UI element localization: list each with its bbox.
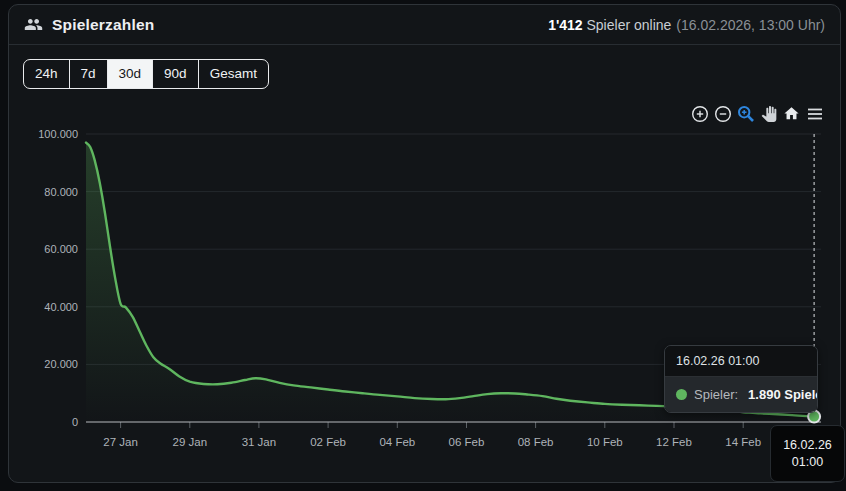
range-button-7d[interactable]: 7d: [70, 60, 108, 88]
selection-zoom-icon[interactable]: [736, 104, 755, 123]
range-button-gesamt[interactable]: Gesamt: [199, 60, 268, 88]
svg-text:04 Feb: 04 Feb: [379, 436, 415, 448]
range-button-24h[interactable]: 24h: [24, 60, 70, 88]
svg-text:20.000: 20.000: [44, 358, 78, 370]
series-marker-dot: [676, 389, 687, 400]
online-label: Spieler online: [587, 17, 672, 33]
svg-text:40.000: 40.000: [44, 301, 78, 313]
svg-text:29 Jan: 29 Jan: [173, 436, 208, 448]
xaxis-tooltip-time: 01:00: [792, 455, 823, 469]
svg-text:02 Feb: 02 Feb: [310, 436, 346, 448]
online-timestamp: (16.02.2026, 13:00 Uhr): [676, 17, 825, 33]
tooltip-series-label: Spieler:: [694, 387, 738, 402]
page-title: Spielerzahlen: [52, 16, 155, 34]
menu-icon[interactable]: [805, 104, 824, 123]
svg-text:06 Feb: 06 Feb: [449, 436, 485, 448]
home-icon[interactable]: [782, 104, 801, 123]
svg-text:100.000: 100.000: [38, 128, 78, 140]
chart-tooltip: 16.02.26 01:00 Spieler: 1.890 Spieler: [664, 345, 818, 413]
player-count-chart[interactable]: 020.00040.00060.00080.000100.00027 Jan29…: [9, 89, 842, 482]
xaxis-tooltip-date: 16.02.26: [783, 438, 832, 452]
svg-text:80.000: 80.000: [44, 186, 78, 198]
online-count: 1'412: [548, 17, 582, 33]
pan-icon[interactable]: [759, 104, 778, 123]
svg-text:08 Feb: 08 Feb: [518, 436, 554, 448]
chart-area: 020.00040.00060.00080.000100.00027 Jan29…: [9, 89, 842, 482]
range-button-group: 24h 7d 30d 90d Gesamt: [23, 59, 269, 89]
svg-text:31 Jan: 31 Jan: [242, 436, 277, 448]
spielerzahlen-card: Spielerzahlen 1'412 Spieler online(16.02…: [8, 4, 841, 483]
svg-text:27 Jan: 27 Jan: [103, 436, 138, 448]
svg-text:0: 0: [72, 416, 78, 428]
zoom-out-icon[interactable]: [713, 104, 732, 123]
svg-text:14 Feb: 14 Feb: [725, 436, 761, 448]
range-button-90d[interactable]: 90d: [153, 60, 199, 88]
users-icon: [24, 15, 43, 34]
tooltip-timestamp: 16.02.26 01:00: [665, 346, 817, 377]
title-bar: Spielerzahlen 1'412 Spieler online(16.02…: [9, 5, 840, 45]
svg-text:60.000: 60.000: [44, 243, 78, 255]
online-status: 1'412 Spieler online(16.02.2026, 13:00 U…: [548, 17, 825, 33]
tooltip-series-value: 1.890 Spieler: [748, 387, 818, 402]
svg-text:12 Feb: 12 Feb: [656, 436, 692, 448]
range-button-30d[interactable]: 30d: [108, 60, 154, 88]
chart-toolbar: [690, 104, 824, 123]
xaxis-crosshair-tooltip: 16.02.26 01:00: [770, 425, 845, 482]
svg-text:10 Feb: 10 Feb: [587, 436, 623, 448]
zoom-in-icon[interactable]: [690, 104, 709, 123]
